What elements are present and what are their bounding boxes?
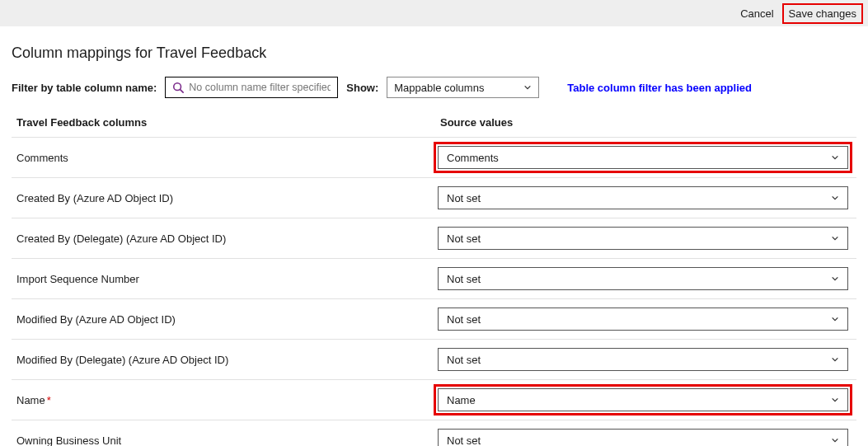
source-value-select[interactable]: Not set — [438, 186, 848, 209]
save-button[interactable]: Save changes — [782, 3, 863, 24]
mapping-source-cell: Not set — [438, 308, 856, 331]
topbar: Cancel Save changes — [0, 0, 868, 26]
mapping-source-cell: Comments — [438, 146, 856, 169]
mapping-row: Created By (Azure AD Object ID)Not set — [12, 178, 856, 218]
show-select[interactable]: Mappable columns — [387, 77, 539, 98]
filter-notice: Table column filter has been applied — [567, 82, 752, 94]
filter-label: Filter by table column name: — [12, 82, 157, 94]
mapping-column-name: Modified By (Azure AD Object ID) — [16, 313, 438, 326]
source-value-select[interactable]: Not set — [438, 308, 848, 331]
chevron-down-icon — [831, 234, 839, 242]
show-value: Mappable columns — [394, 82, 484, 94]
mapping-row: Created By (Delegate) (Azure AD Object I… — [12, 218, 856, 259]
chevron-down-icon — [831, 194, 839, 202]
page-title: Column mappings for Travel Feedback — [12, 45, 856, 62]
mapping-source-cell: Not set — [438, 227, 856, 250]
search-icon — [172, 82, 184, 93]
mapping-column-name: Created By (Azure AD Object ID) — [16, 192, 438, 204]
chevron-down-icon — [831, 355, 839, 364]
source-value-text: Not set — [447, 232, 481, 245]
column-header-left: Travel Feedback columns — [16, 116, 440, 129]
chevron-down-icon — [831, 396, 839, 404]
required-indicator: * — [47, 394, 51, 406]
chevron-down-icon — [831, 275, 839, 283]
filter-placeholder: No column name filter specified — [189, 82, 331, 93]
source-value-select[interactable]: Comments — [438, 146, 848, 169]
filter-input[interactable]: No column name filter specified — [165, 77, 338, 98]
chevron-down-icon — [523, 83, 532, 92]
chevron-down-icon — [831, 315, 839, 323]
show-label: Show: — [346, 82, 378, 94]
mapping-column-name: Created By (Delegate) (Azure AD Object I… — [16, 232, 438, 245]
mapping-source-cell: Not set — [438, 186, 856, 209]
cancel-button[interactable]: Cancel — [735, 5, 778, 22]
source-value-select[interactable]: Not set — [438, 429, 848, 446]
columns-header: Travel Feedback columns Source values — [12, 116, 856, 138]
filter-row: Filter by table column name: No column n… — [12, 77, 856, 98]
source-value-text: Not set — [447, 313, 481, 326]
content-area: Column mappings for Travel Feedback Filt… — [0, 26, 868, 446]
mapping-row: Owning Business UnitNot set — [12, 420, 856, 446]
mapping-source-cell: Not set — [438, 348, 856, 371]
source-value-text: Not set — [447, 273, 481, 285]
source-value-select[interactable]: Not set — [438, 267, 848, 290]
chevron-down-icon — [831, 436, 839, 444]
svg-line-1 — [181, 90, 184, 93]
mapping-column-name: Comments — [16, 152, 438, 164]
mapping-source-cell: Not set — [438, 429, 856, 446]
mapping-row: Modified By (Delegate) (Azure AD Object … — [12, 340, 856, 380]
source-value-text: Name — [447, 394, 476, 406]
source-value-text: Not set — [447, 434, 481, 447]
mapping-row: Name*Name — [12, 380, 856, 420]
mapping-row: Import Sequence NumberNot set — [12, 259, 856, 299]
source-value-select[interactable]: Name — [438, 388, 848, 411]
mapping-column-name: Owning Business Unit — [16, 434, 438, 447]
source-value-text: Comments — [447, 152, 499, 164]
column-header-right: Source values — [440, 116, 513, 129]
source-value-text: Not set — [447, 192, 481, 204]
mapping-row: Modified By (Azure AD Object ID)Not set — [12, 299, 856, 340]
mapping-source-cell: Not set — [438, 267, 856, 290]
mapping-column-name: Import Sequence Number — [16, 273, 438, 285]
source-value-text: Not set — [447, 354, 481, 366]
mapping-source-cell: Name — [438, 388, 856, 411]
mapping-row: CommentsComments — [12, 138, 856, 178]
rows-container: CommentsCommentsCreated By (Azure AD Obj… — [12, 138, 856, 446]
source-value-select[interactable]: Not set — [438, 227, 848, 250]
chevron-down-icon — [831, 153, 839, 162]
mapping-column-name: Modified By (Delegate) (Azure AD Object … — [16, 354, 438, 366]
source-value-select[interactable]: Not set — [438, 348, 848, 371]
mapping-column-name: Name* — [16, 394, 438, 406]
